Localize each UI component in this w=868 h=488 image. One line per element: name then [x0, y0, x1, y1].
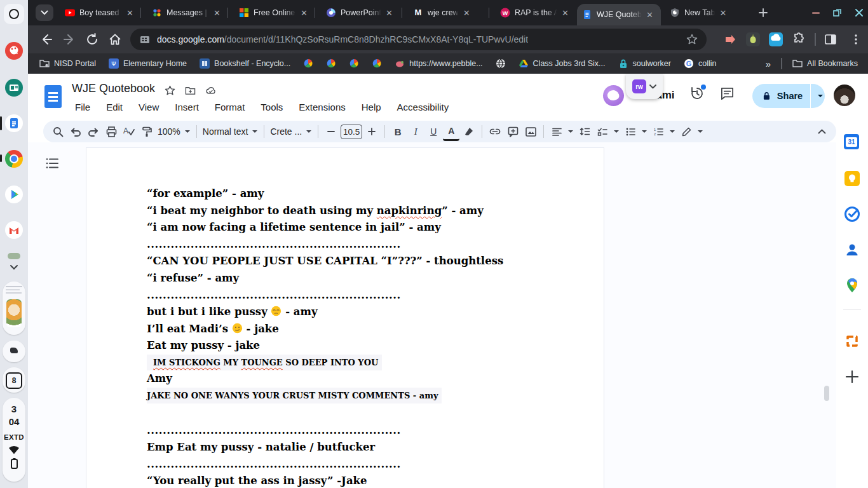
tab-close-icon[interactable]: ✕ [646, 11, 653, 19]
paint-format-icon[interactable] [139, 123, 155, 140]
editing-mode-pen-icon[interactable] [678, 123, 695, 140]
hide-menus-chevron-icon[interactable] [813, 123, 830, 140]
tab-wje-quotebook-active[interactable]: WJE Quoteb ✕ [577, 4, 661, 25]
doc-line[interactable]: IM STICKONG MY TOUNGE SO DEEP INTO YOU [147, 355, 382, 370]
tab-boy-teased[interactable]: Boy teased b ✕ [60, 0, 139, 25]
menu-accessibility[interactable]: Accessibility [392, 99, 454, 115]
bold-button[interactable]: B [390, 123, 406, 140]
docs-app-icon[interactable] [5, 114, 23, 132]
doc-line[interactable]: “i am now facing a lifetime sentence in … [147, 219, 585, 236]
share-dropdown-caret[interactable] [818, 95, 823, 97]
zoom-caret[interactable] [185, 130, 190, 133]
tab-powerpoint[interactable]: PowerPoint ✕ [321, 0, 400, 25]
google-maps-icon[interactable] [844, 277, 860, 294]
menu-edit[interactable]: Edit [101, 99, 128, 115]
globe-icon[interactable] [496, 58, 506, 69]
numbered-list-icon[interactable]: 12 [650, 123, 667, 140]
document-text[interactable]: “for example” - amy “i beat my neighbor … [147, 186, 585, 488]
pinwheel-icon[interactable] [326, 58, 336, 69]
bulleted-list-icon[interactable] [622, 123, 639, 140]
move-folder-icon[interactable] [185, 85, 196, 96]
canvas-app-icon[interactable] [5, 42, 23, 60]
redo-icon[interactable] [85, 123, 102, 140]
notification-counter[interactable]: 8 [3, 367, 25, 393]
tab-rap[interactable]: W RAP is the A ✕ [495, 0, 574, 25]
google-contacts-icon[interactable] [844, 241, 860, 258]
line-spacing-icon[interactable] [576, 123, 593, 140]
bookmark-bookshelf[interactable]: Bookshelf - Encyclo... [200, 58, 290, 69]
bookmark-pebble[interactable]: https://www.pebble... [395, 58, 482, 69]
doc-line[interactable]: Emp Eat my pussy - natalie / butfucker [147, 439, 585, 456]
undo-icon[interactable] [67, 123, 84, 140]
news-app-icon[interactable] [5, 79, 23, 97]
doc-line[interactable]: but i but i like pussy - amy [147, 304, 585, 321]
addon-icon[interactable] [844, 333, 860, 349]
doc-separator-line[interactable]: ........................................… [147, 287, 585, 304]
menu-insert[interactable]: Insert [170, 99, 204, 115]
tab-close-icon[interactable]: ✕ [214, 9, 220, 17]
align-icon[interactable] [548, 123, 565, 140]
extensions-puzzle-icon[interactable] [792, 32, 806, 46]
site-info-icon[interactable] [139, 34, 151, 45]
insert-link-icon[interactable] [487, 123, 503, 140]
pinwheel-icon[interactable] [303, 58, 313, 69]
home-icon[interactable] [108, 32, 122, 46]
font-family-value[interactable]: Crete ... [269, 126, 303, 137]
text-color-button[interactable]: A [443, 123, 459, 141]
browser-menu-icon[interactable] [849, 32, 863, 46]
zoom-value[interactable]: 100% [156, 126, 182, 137]
google-calendar-icon[interactable] [844, 134, 860, 151]
extension-screencast-icon[interactable] [769, 32, 783, 46]
comments-icon[interactable] [720, 86, 735, 101]
doc-line[interactable]: I’ll eat Madi’s - jake [147, 321, 585, 338]
bookmark-soulworker[interactable]: soulworker [618, 58, 671, 69]
tab-close-icon[interactable]: ✕ [562, 9, 569, 17]
google-docs-logo[interactable] [44, 85, 62, 108]
kami-avatar[interactable] [603, 85, 624, 106]
address-bar[interactable]: docs.google.com/document/d/11KhQzSoRsuRm… [130, 29, 707, 50]
menu-help[interactable]: Help [356, 99, 386, 115]
tab-messages[interactable]: Messages | C ✕ [147, 0, 226, 25]
styles-caret[interactable] [252, 130, 257, 133]
side-panel-icon[interactable] [824, 32, 837, 46]
decrease-font-size-button[interactable] [323, 123, 339, 140]
doc-line[interactable]: JAKE NO ONE WANYS YOUR CRUST MISTY COMME… [147, 388, 442, 403]
doc-separator-line[interactable]: ........................................… [147, 423, 585, 440]
menu-view[interactable]: View [133, 99, 164, 115]
tab-close-icon[interactable]: ✕ [719, 9, 726, 17]
editing-mode-caret[interactable] [698, 130, 703, 133]
doc-blank-line[interactable] [147, 403, 585, 423]
doc-separator-line[interactable]: ........................................… [147, 456, 585, 473]
star-document-icon[interactable] [165, 85, 175, 96]
back-icon[interactable] [39, 32, 53, 46]
reload-icon[interactable] [85, 32, 99, 46]
tab-close-icon[interactable]: ✕ [463, 9, 470, 17]
readwrite-extension-pill[interactable]: rw [626, 74, 663, 99]
all-bookmarks-button[interactable]: All Bookmarks [792, 58, 858, 69]
checklist-icon[interactable] [594, 123, 611, 140]
tab-search-button[interactable] [36, 4, 53, 21]
checklist-caret[interactable] [614, 130, 619, 133]
menu-file[interactable]: File [70, 99, 95, 115]
tab-wje-crew[interactable]: M wje crew ✕ [408, 0, 487, 25]
document-outline-icon[interactable] [46, 158, 58, 169]
share-button[interactable]: Share [752, 84, 825, 108]
tab-close-icon[interactable]: ✕ [386, 9, 393, 17]
menu-extensions[interactable]: Extensions [294, 99, 350, 115]
align-caret[interactable] [568, 130, 573, 133]
google-tasks-icon[interactable] [844, 206, 860, 222]
google-keep-icon[interactable] [844, 170, 860, 187]
doc-line[interactable]: “CAN YOU PEOPLE JUST USE CAPITAL “I”???”… [147, 253, 585, 270]
underline-button[interactable]: U [425, 123, 442, 140]
status-area[interactable]: 3 04 EXTD [3, 398, 25, 482]
tab-close-icon[interactable]: ✕ [126, 9, 133, 17]
bookmark-elementary-home[interactable]: Ψ Elementary Home [109, 58, 187, 69]
doc-line[interactable]: Amy [147, 370, 585, 388]
get-addons-plus-icon[interactable] [844, 369, 860, 385]
spell-check-icon[interactable]: A [121, 123, 137, 140]
document-status-cloud-icon[interactable] [205, 85, 216, 96]
menu-tools[interactable]: Tools [255, 99, 288, 115]
bookmark-nisd-portal[interactable]: NISD Portal [39, 58, 96, 69]
menu-format[interactable]: Format [210, 99, 250, 115]
paragraph-style-value[interactable]: Normal text [201, 126, 250, 137]
